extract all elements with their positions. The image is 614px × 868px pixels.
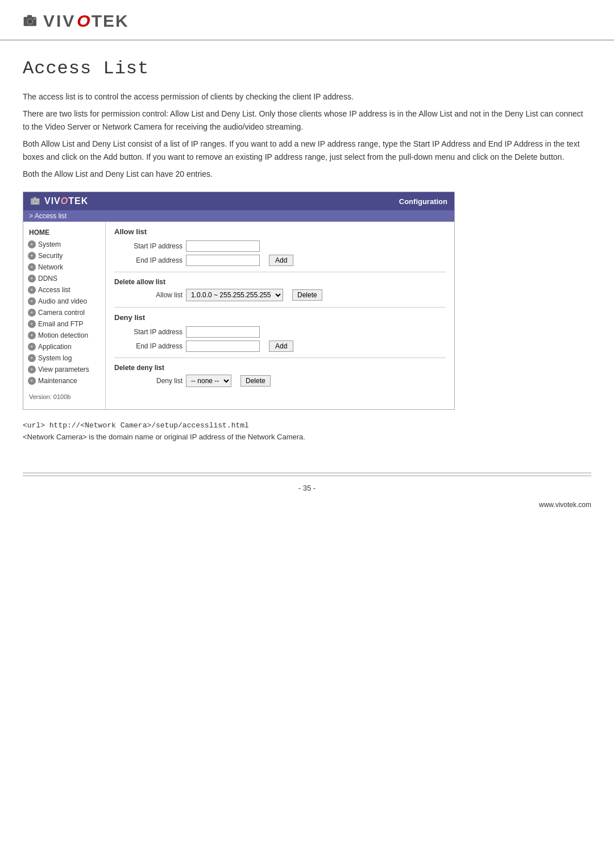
sidebar-item-view-parameters[interactable]: + View parameters — [23, 364, 105, 375]
sidebar-label-camera-control: Camera control — [38, 309, 85, 317]
sidebar-expand-icon: + — [28, 377, 36, 385]
sidebar-expand-icon: + — [28, 286, 36, 294]
sidebar-item-access-list[interactable]: + Access list — [23, 284, 105, 296]
allow-list-heading: Allow list — [114, 227, 446, 236]
sidebar-label-application: Application — [38, 343, 72, 351]
allow-start-ip-label: Start IP address — [114, 242, 182, 250]
panel-body: HOME + System + Security + Network + DDN… — [23, 222, 454, 409]
deny-add-button[interactable]: Add — [269, 340, 293, 352]
sidebar-label-ddns: DDNS — [38, 275, 57, 283]
svg-rect-12 — [38, 199, 39, 200]
sidebar-label-system-log: System log — [38, 354, 72, 362]
sidebar-expand-icon: + — [28, 354, 36, 362]
footer-line-bottom — [23, 475, 591, 476]
breadcrumb-bar: > Access list — [23, 210, 454, 222]
allow-list-select[interactable]: 1.0.0.0 ~ 255.255.255.255 — [186, 289, 283, 301]
allow-end-ip-label: End IP address — [114, 256, 182, 264]
allow-start-ip-row: Start IP address — [114, 240, 446, 252]
vivotek-text-logo: VIVOTEK — [43, 11, 129, 31]
deny-start-ip-row: Start IP address — [114, 326, 446, 338]
deny-list-select-label: Deny list — [114, 377, 182, 385]
page-description: The access list is to control the access… — [23, 90, 591, 180]
sidebar-item-network[interactable]: + Network — [23, 261, 105, 273]
panel-main-area: Allow list Start IP address End IP addre… — [106, 222, 454, 409]
sidebar-label-network: Network — [38, 263, 63, 271]
sidebar-label-maintenance: Maintenance — [38, 377, 77, 385]
sidebar-version: Version: 0100b — [23, 389, 105, 405]
footer-website: www.vivotek.com — [0, 498, 614, 512]
deny-list-heading: Deny list — [114, 313, 446, 322]
sidebar-expand-icon: + — [28, 297, 36, 305]
sidebar-expand-icon: + — [28, 309, 36, 317]
allow-start-ip-input[interactable] — [186, 240, 260, 252]
sidebar-expand-icon: + — [28, 320, 36, 328]
sidebar-label-access-list: Access list — [38, 286, 70, 294]
delete-deny-row: Deny list -- none -- Delete — [114, 375, 446, 387]
sidebar-label-motion-detection: Motion detection — [38, 331, 88, 339]
url-text: <url> http://<Network Camera>/setup/acce… — [23, 421, 591, 430]
sidebar-label-audio-video: Audio and video — [38, 297, 87, 305]
desc-paragraph-1: The access list is to control the access… — [23, 90, 591, 103]
config-logo-text: VIVOTEK — [44, 196, 88, 206]
deny-delete-button[interactable]: Delete — [240, 375, 271, 387]
deny-end-ip-row: End IP address Add — [114, 340, 446, 352]
page-title: Access List — [23, 58, 591, 79]
sidebar-expand-icon: + — [28, 240, 36, 248]
sidebar-expand-icon: + — [28, 263, 36, 271]
config-logo: VIVOTEK — [30, 196, 88, 207]
delete-allow-heading: Delete allow list — [114, 278, 446, 286]
deny-start-ip-label: Start IP address — [114, 328, 182, 336]
sidebar-item-maintenance[interactable]: + Maintenance — [23, 375, 105, 387]
desc-paragraph-2: There are two lists for permission contr… — [23, 107, 591, 133]
config-panel: VIVOTEK Configuration > Access list HOME… — [23, 192, 455, 410]
config-logo-icon — [30, 196, 43, 207]
sidebar-expand-icon: + — [28, 275, 36, 283]
delete-allow-section: Delete allow list Allow list 1.0.0.0 ~ 2… — [114, 278, 446, 301]
sidebar-item-system-log[interactable]: + System log — [23, 352, 105, 364]
delete-deny-heading: Delete deny list — [114, 364, 446, 372]
sidebar-item-system[interactable]: + System — [23, 239, 105, 250]
sidebar-item-motion-detection[interactable]: + Motion detection — [23, 330, 105, 341]
footer-line-top — [23, 472, 591, 474]
allow-delete-button[interactable]: Delete — [292, 289, 322, 301]
config-panel-header: VIVOTEK Configuration — [23, 192, 454, 210]
sidebar-home[interactable]: HOME — [23, 226, 105, 239]
sidebar: HOME + System + Security + Network + DDN… — [23, 222, 106, 409]
vivotek-logo-icon — [23, 13, 41, 29]
sidebar-expand-icon: + — [28, 366, 36, 373]
svg-point-10 — [34, 201, 36, 202]
sidebar-item-camera-control[interactable]: + Camera control — [23, 307, 105, 318]
sidebar-label-system: System — [38, 240, 61, 248]
sidebar-expand-icon: + — [28, 343, 36, 351]
sidebar-item-security[interactable]: + Security — [23, 250, 105, 261]
allow-list-select-label: Allow list — [114, 291, 182, 299]
sidebar-item-application[interactable]: + Application — [23, 341, 105, 352]
url-note-text: <Network Camera> is the domain name or o… — [23, 433, 591, 441]
deny-start-ip-input[interactable] — [186, 326, 260, 338]
sidebar-item-ddns[interactable]: + DDNS — [23, 273, 105, 284]
svg-point-6 — [30, 21, 31, 22]
svg-rect-5 — [34, 18, 36, 19]
deny-list-select[interactable]: -- none -- — [186, 375, 231, 387]
page-header: VIVOTEK — [0, 0, 614, 41]
section-divider-3 — [114, 358, 446, 358]
sidebar-label-view-parameters: View parameters — [38, 366, 89, 373]
sidebar-label-security: Security — [38, 252, 63, 260]
main-content: Access List The access list is to contro… — [0, 41, 614, 455]
sidebar-item-email-ftp[interactable]: + Email and FTP — [23, 318, 105, 330]
desc-paragraph-3: Both Allow List and Deny List consist of… — [23, 138, 591, 163]
allow-end-ip-input[interactable] — [186, 255, 260, 266]
url-section: <url> http://<Network Camera>/setup/acce… — [23, 421, 591, 441]
footer-page-number: - 35 - — [0, 478, 614, 498]
deny-end-ip-input[interactable] — [186, 340, 260, 352]
sidebar-item-audio-video[interactable]: + Audio and video — [23, 296, 105, 307]
logo-container: VIVOTEK — [23, 11, 591, 31]
deny-end-ip-label: End IP address — [114, 342, 182, 350]
allow-add-button[interactable]: Add — [269, 255, 293, 266]
section-divider-1 — [114, 272, 446, 272]
sidebar-expand-icon: + — [28, 331, 36, 339]
svg-rect-4 — [27, 15, 32, 18]
footer: - 35 - www.vivotek.com — [0, 472, 614, 512]
svg-rect-11 — [34, 197, 37, 199]
allow-end-ip-row: End IP address Add — [114, 255, 446, 266]
